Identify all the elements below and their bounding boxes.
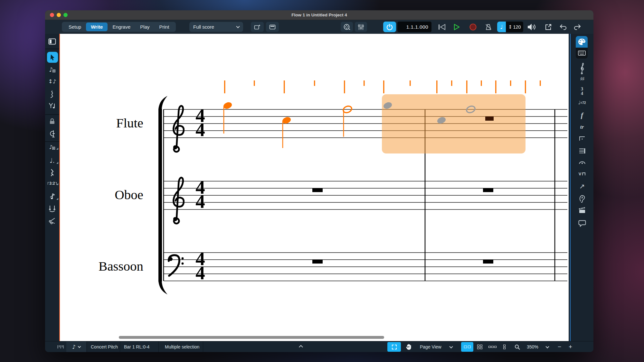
- tab-engrave[interactable]: Engrave: [108, 23, 135, 31]
- view-mode-dropdown[interactable]: Page View: [420, 341, 452, 352]
- tab-write[interactable]: Write: [86, 23, 108, 31]
- marquee-select-button[interactable]: [387, 342, 401, 352]
- grace-note-input-button[interactable]: ♪: [45, 144, 59, 150]
- play-button[interactable]: [452, 23, 461, 31]
- zoom-in-button[interactable]: +: [569, 341, 572, 352]
- concert-pitch-status[interactable]: Concert Pitch: [91, 341, 118, 352]
- export-button[interactable]: [544, 23, 553, 31]
- barlines-panel-button[interactable]: [571, 148, 593, 154]
- panels-palette-button[interactable]: [576, 36, 588, 48]
- key-signatures-panel-button[interactable]: ♯♯: [571, 76, 593, 82]
- lines-panel-button[interactable]: ↗: [571, 182, 593, 190]
- volume-button[interactable]: [526, 23, 537, 31]
- tab-setup[interactable]: Setup: [64, 23, 86, 31]
- page-icon: [491, 346, 494, 348]
- rewind-to-start-button[interactable]: [437, 23, 447, 31]
- pages-horizontal-button[interactable]: [486, 342, 498, 352]
- pages-vertical-button[interactable]: [499, 342, 509, 352]
- instrument-label-flute[interactable]: Flute: [116, 115, 143, 131]
- time-sig-oboe-den[interactable]: 4: [195, 192, 205, 211]
- scissors-tool-button[interactable]: [45, 217, 59, 224]
- mode-tabs: Setup Write Engrave Play Print: [62, 22, 176, 32]
- redo-button[interactable]: [573, 23, 582, 31]
- zoom-out-button[interactable]: −: [558, 341, 561, 352]
- holds-pauses-panel-button[interactable]: [571, 160, 593, 164]
- page-icon: [464, 346, 467, 348]
- instrument-label-oboe[interactable]: Oboe: [115, 187, 143, 202]
- lock-durations-button[interactable]: [45, 118, 59, 125]
- diagonal-arrow-icon: ↗: [579, 182, 585, 190]
- tempo-button[interactable]: ♩: [497, 22, 506, 32]
- unbeam-tool-button[interactable]: [45, 103, 59, 110]
- add-frame-button[interactable]: [251, 22, 264, 32]
- ornaments-panel-button[interactable]: tr: [571, 124, 593, 130]
- panel-layout-button[interactable]: [266, 22, 279, 32]
- playing-techniques-panel-button[interactable]: V: [571, 172, 593, 176]
- record-icon: [469, 23, 477, 31]
- horizontal-scrollbar[interactable]: [119, 336, 384, 339]
- notations-toolbox-left: ♪ ↕ ♪: [45, 34, 60, 341]
- dynamics-panel-button[interactable]: f: [571, 111, 593, 119]
- select-tool-button[interactable]: [47, 52, 58, 63]
- undo-button[interactable]: [559, 23, 567, 31]
- tempo-value-label: =72: [581, 101, 586, 105]
- oboe-clef[interactable]: [173, 178, 184, 224]
- zoom-tool-button[interactable]: [515, 341, 520, 352]
- ornament-tool-button[interactable]: [45, 90, 59, 98]
- clefs-panel-button[interactable]: [571, 62, 593, 74]
- page-icon: [494, 346, 497, 348]
- tuplet-button[interactable]: 3:2: [45, 181, 59, 186]
- insert-mode-button[interactable]: [45, 130, 59, 138]
- note-duration-dropdown[interactable]: ♪: [66, 341, 86, 352]
- layout-selector[interactable]: Full score: [189, 22, 243, 32]
- transpose-tool-button[interactable]: ↕ ♪: [45, 78, 59, 85]
- comments-panel-button[interactable]: [571, 220, 593, 227]
- time-signatures-panel-button[interactable]: 3 4: [571, 87, 593, 96]
- zoom-level-dropdown[interactable]: 350%: [527, 341, 549, 352]
- playback-techniques-panel-button[interactable]: [571, 195, 593, 203]
- pointer-arrow-icon: [50, 54, 55, 60]
- tab-play[interactable]: Play: [135, 23, 154, 31]
- tempo-panel-button[interactable]: ♩ =72: [571, 100, 593, 106]
- bracket-left: [48, 182, 49, 185]
- midi-input-indicator: [57, 341, 64, 352]
- page-grid-view-button[interactable]: [474, 342, 485, 352]
- grace-note-slash-button[interactable]: [45, 193, 59, 200]
- time-sig-denominator: 4: [581, 91, 583, 96]
- hand-pan-button[interactable]: [402, 342, 415, 352]
- power-icon: [386, 24, 393, 30]
- tie-button[interactable]: [45, 205, 59, 213]
- note-icon: ♪: [72, 344, 76, 350]
- bar-position-status: Bar 1 RL:0-4: [124, 341, 149, 352]
- play-icon: [453, 23, 460, 31]
- page-icon: [468, 346, 471, 348]
- statusbar: ♪ Concert Pitch Bar 1 RL:0-4 Multiple se…: [45, 341, 593, 352]
- rhythm-dot-button[interactable]: ♩.: [45, 157, 59, 164]
- instrument-label-bassoon[interactable]: Bassoon: [99, 258, 143, 274]
- record-button[interactable]: [468, 23, 478, 31]
- bassoon-clef[interactable]: [169, 255, 184, 276]
- time-sig-flute-den[interactable]: 4: [195, 120, 205, 139]
- activate-project-button[interactable]: [383, 22, 396, 32]
- zoom-level-value: 350%: [527, 344, 538, 349]
- score-page[interactable]: Flute Oboe Bassoon 4 4 4 4 4 4: [60, 34, 569, 341]
- metronome-click-button[interactable]: [484, 23, 493, 31]
- keyboard-panel-button[interactable]: [576, 48, 588, 59]
- video-panel-button[interactable]: [571, 207, 593, 214]
- flyout-indicator: [56, 148, 58, 150]
- flute-clef[interactable]: [173, 106, 184, 152]
- page-spread-view-button[interactable]: [461, 342, 473, 352]
- pages-stack-icon: [503, 345, 506, 349]
- titlebar[interactable]: Flow 1 in Untitled Project 4: [45, 10, 593, 20]
- toggle-left-panel-button[interactable]: [45, 38, 59, 45]
- repeats-panel-button[interactable]: [571, 136, 593, 141]
- rest-input-button[interactable]: [45, 169, 59, 177]
- video-button[interactable]: [341, 22, 353, 32]
- mixer-button[interactable]: [355, 22, 367, 32]
- collapse-bottom-panel-button[interactable]: [299, 341, 302, 352]
- note-input-button[interactable]: ♪: [45, 66, 59, 73]
- tab-print[interactable]: Print: [155, 23, 174, 31]
- layout-selector-value: Full score: [193, 24, 214, 30]
- downbow-icon: [582, 172, 585, 176]
- time-sig-bassoon-den[interactable]: 4: [195, 264, 205, 283]
